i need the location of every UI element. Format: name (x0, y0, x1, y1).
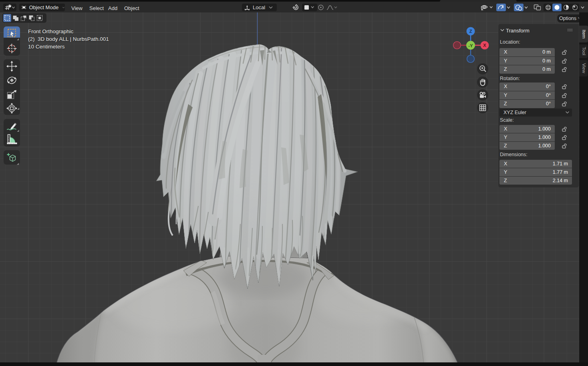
svg-text:X: X (483, 43, 486, 48)
svg-text:-Y: -Y (468, 43, 473, 48)
svg-text:Z: Z (469, 29, 472, 34)
